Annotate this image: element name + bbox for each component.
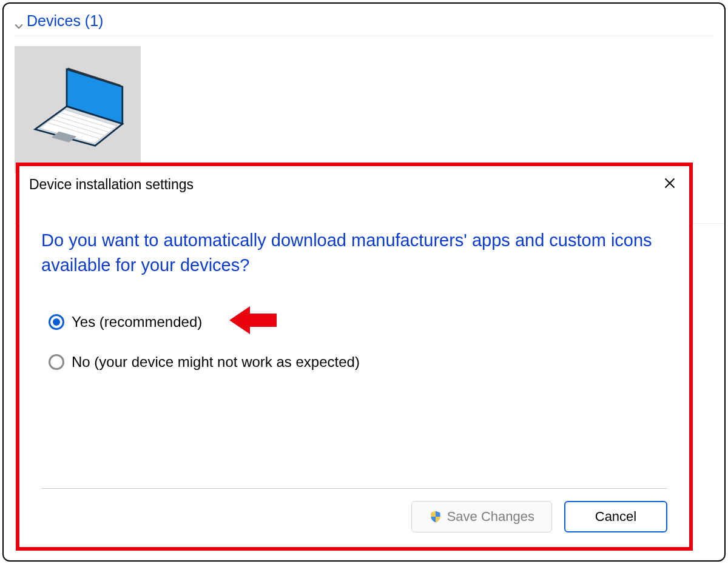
radio-icon-unselected — [49, 354, 64, 370]
save-changes-button[interactable]: Save Changes — [411, 501, 552, 532]
devices-section-title: Devices (1) — [27, 12, 103, 30]
dialog-title: Device installation settings — [29, 176, 194, 193]
uac-shield-icon — [429, 510, 442, 523]
cancel-button[interactable]: Cancel — [564, 501, 667, 532]
dialog-titlebar: Device installation settings — [19, 166, 689, 204]
device-tile-laptop[interactable] — [15, 46, 141, 173]
device-installation-dialog: Device installation settings Do you want… — [16, 163, 693, 551]
laptop-icon — [23, 63, 132, 156]
cancel-button-label: Cancel — [595, 509, 636, 525]
dialog-body: Do you want to automatically download ma… — [19, 204, 689, 371]
dialog-footer: Save Changes Cancel — [41, 488, 667, 532]
chevron-down-icon — [15, 17, 23, 25]
radio-option-yes[interactable]: Yes (recommended) — [41, 314, 667, 331]
close-button[interactable] — [658, 172, 682, 196]
footer-divider — [41, 488, 667, 489]
radio-icon-selected — [49, 314, 64, 330]
radio-label-yes: Yes (recommended) — [72, 314, 202, 331]
devices-section-header[interactable]: Devices (1) — [15, 10, 713, 36]
save-button-label: Save Changes — [447, 509, 534, 525]
radio-label-no: No (your device might not work as expect… — [72, 354, 360, 371]
dialog-question: Do you want to automatically download ma… — [41, 228, 667, 277]
close-icon — [664, 177, 676, 192]
devices-section: Devices (1) — [4, 4, 724, 180]
radio-option-no[interactable]: No (your device might not work as expect… — [41, 354, 667, 371]
